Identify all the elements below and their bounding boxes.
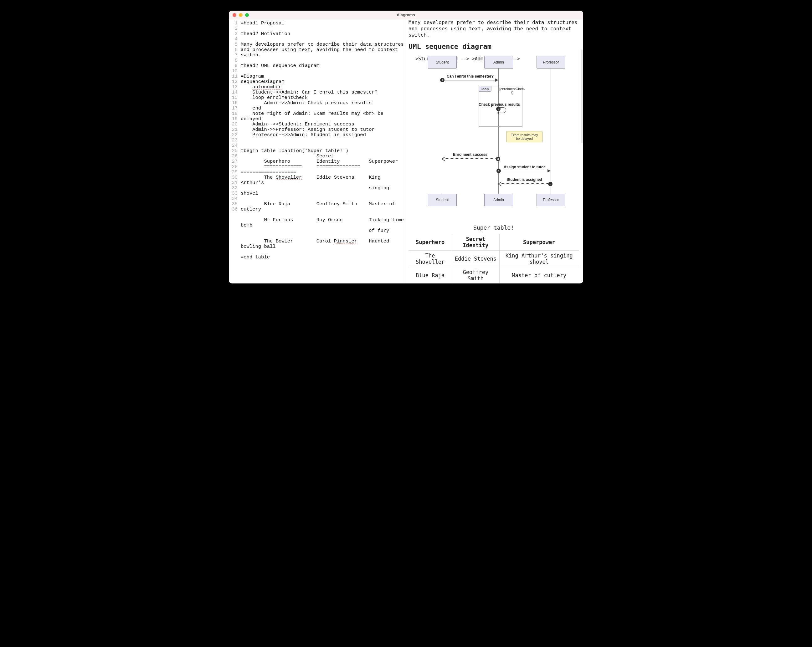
code-line[interactable]: end [241, 106, 404, 111]
actor-admin-top: Admin [484, 56, 513, 69]
line-number: 28 [229, 164, 238, 170]
code-line[interactable]: loop enrolmentCheck [241, 95, 404, 100]
code-line[interactable] [241, 37, 404, 42]
zoom-icon[interactable] [245, 13, 249, 17]
msg-4-arrow: 4 [499, 171, 550, 171]
code-line[interactable]: Many developers prefer to describe their… [241, 42, 404, 58]
line-number: 21 [229, 127, 238, 132]
code-line[interactable]: =head1 Proposal [241, 21, 404, 26]
msg-2-self-arrow [499, 107, 506, 113]
code-line[interactable]: Secret [241, 154, 404, 159]
line-number: 31 [229, 180, 238, 186]
line-number: 5 [229, 42, 238, 47]
line-number: 6 [229, 47, 238, 53]
code-line[interactable]: Blue Raja Geoffrey Smith Master of cutle… [241, 201, 404, 212]
preview-scrollbar[interactable] [581, 49, 583, 143]
code-line[interactable] [241, 196, 404, 201]
table-cell: Blue Raja [409, 267, 452, 284]
super-table: SuperheroSecret IdentitySuperpower The S… [409, 234, 579, 283]
actor-professor-bottom: Professor [537, 194, 565, 206]
code-line[interactable] [241, 138, 404, 143]
actor-professor-top: Professor [537, 56, 565, 69]
code-line[interactable]: Professor-->>Admin: Student is assigned [241, 132, 404, 138]
sequence-diagram: Student Admin Professor Student Admin Pr… [415, 56, 572, 219]
code-line[interactable] [241, 26, 404, 31]
code-line[interactable]: =begin table :caption('Super table!') [241, 148, 404, 154]
rendered-preview[interactable]: Many developers prefer to describe their… [405, 20, 583, 283]
line-number-gutter: 1234567891011121314151617181920212223242… [229, 20, 240, 283]
line-number: 15 [229, 95, 238, 100]
code-line[interactable]: ============= =============== ==========… [241, 164, 404, 175]
line-number: 19 [229, 116, 238, 122]
code-line[interactable]: of fury [241, 228, 404, 233]
msg-5-arrow: 5 [499, 183, 550, 184]
code-line[interactable]: Admin-->>Student: Enrolment success [241, 122, 404, 127]
table-cell: King Arthur's singing shovel [499, 251, 579, 267]
code-line[interactable]: The Bowler Carol Pinnsler Haunted bowlin… [241, 239, 404, 249]
code-line[interactable]: Student->>Admin: Can I enrol this semest… [241, 90, 404, 95]
window-title: diagrams [229, 12, 583, 17]
code-line[interactable]: =end table [241, 255, 404, 260]
table-row: Blue RajaGeoffrey SmithMaster of cutlery [409, 267, 579, 284]
line-number: 23 [229, 138, 238, 143]
code-line[interactable]: Superhero Identity Superpower [241, 159, 404, 164]
code-line[interactable]: Admin->>Professor: Assign student to tut… [241, 127, 404, 132]
line-number: 11 [229, 74, 238, 79]
msg-4-number: 4 [496, 169, 501, 173]
msg-3-number: 3 [496, 157, 500, 161]
code-line[interactable]: Mr Furious Roy Orson Ticking time bomb [241, 218, 404, 228]
code-line[interactable] [241, 143, 404, 148]
line-number: 2 [229, 26, 238, 31]
line-number: 16 [229, 100, 238, 106]
line-number: 35 [229, 201, 238, 207]
msg-4-label: Assign student to tutor [504, 165, 545, 169]
code-line[interactable] [241, 58, 404, 63]
close-icon[interactable] [233, 13, 237, 17]
code-line[interactable] [241, 69, 404, 74]
line-number: 22 [229, 132, 238, 138]
line-number: 33 [229, 191, 238, 196]
table-cell: Eddie Stevens [452, 251, 499, 267]
code-line[interactable]: Note right of Admin: Exam results may <b… [241, 111, 404, 122]
titlebar[interactable]: diagrams [229, 11, 583, 20]
line-number: 27 [229, 159, 238, 164]
msg-1-label: Can I enrol this semester? [447, 74, 494, 79]
loop-condition: [enrolmentChec-k] [496, 87, 528, 94]
code-line[interactable]: sequenceDiagram [241, 79, 404, 84]
code-line[interactable]: =Diagram [241, 74, 404, 79]
code-area[interactable]: =head1 Proposal=head2 MotivationMany dev… [240, 20, 405, 283]
msg-5-number: 5 [548, 182, 553, 186]
msg-5-label: Student is assigned [507, 177, 542, 182]
line-number: 3 [229, 31, 238, 37]
line-number: 24 [229, 143, 238, 148]
code-line[interactable]: =head2 UML sequence diagram [241, 63, 404, 69]
traffic-lights [233, 13, 249, 17]
minimize-icon[interactable] [239, 13, 243, 17]
line-number: 12 [229, 79, 238, 84]
table-header: Secret Identity [452, 234, 499, 251]
code-line[interactable]: autonumber [241, 84, 404, 90]
code-line[interactable]: The Shoveller Eddie Stevens King Arthur'… [241, 175, 404, 186]
section-heading: UML sequence diagram [409, 43, 579, 50]
table-cell: The Shoveller [409, 251, 452, 267]
msg-2-label: Check previous results [479, 102, 520, 107]
code-line[interactable]: singing shovel [241, 186, 404, 196]
diagram-note: Exam results may be delayed [506, 131, 542, 142]
line-number: 17 [229, 106, 238, 111]
code-line[interactable] [241, 212, 404, 218]
code-line[interactable] [241, 233, 404, 239]
line-number: 34 [229, 196, 238, 201]
msg-1-arrow: 1 [442, 80, 498, 81]
line-number: 7 [229, 53, 238, 58]
actor-student-bottom: Student [428, 194, 457, 206]
line-number: 26 [229, 154, 238, 159]
line-number: 29 [229, 170, 238, 175]
line-number: 14 [229, 90, 238, 95]
table-header: Superhero [409, 234, 452, 251]
code-line[interactable]: =head2 Motivation [241, 31, 404, 37]
code-line[interactable] [241, 249, 404, 255]
source-editor[interactable]: 1234567891011121314151617181920212223242… [229, 20, 405, 283]
table-cell: Geoffrey Smith [452, 267, 499, 284]
loop-keyword: loop [479, 86, 491, 92]
code-line[interactable]: Admin->>Admin: Check previous results [241, 100, 404, 106]
